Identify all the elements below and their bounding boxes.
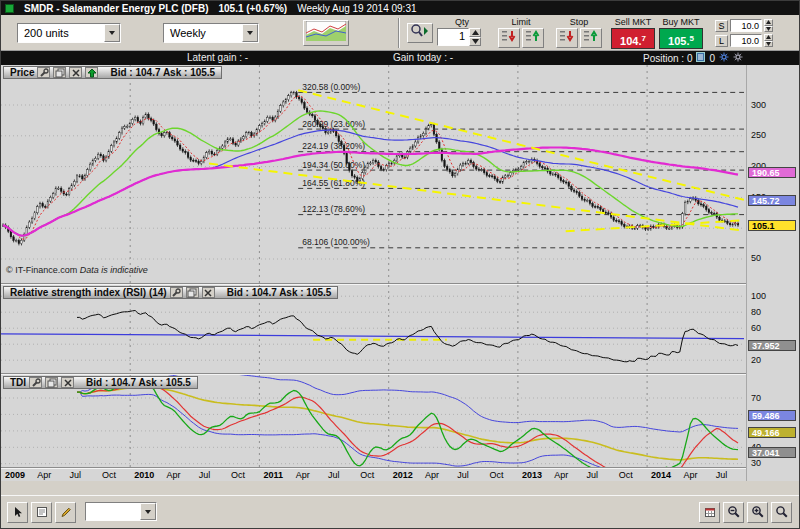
close-icon[interactable]: [202, 287, 215, 298]
sell-mkt-button[interactable]: 104.7: [611, 28, 655, 49]
close-icon[interactable]: [69, 67, 82, 78]
stop-offset-row: S 10.0: [715, 19, 773, 32]
time-axis-label: Jul: [328, 470, 340, 480]
chevron-down-icon[interactable]: [140, 503, 156, 520]
close-icon[interactable]: [61, 377, 74, 388]
info-bar: Latent gain : - Gain today : - Position …: [1, 51, 799, 65]
time-axis-label: Oct: [490, 470, 504, 480]
price-chart-canvas[interactable]: 320.58 (0.00%)260.99 (23.60%)224.19 (38.…: [1, 65, 744, 283]
tdi-bid-ask: Bid : 104.7 Ask : 105.5: [86, 377, 191, 388]
limit-offset-down-button[interactable]: [764, 41, 773, 48]
chevron-down-icon[interactable]: [242, 24, 258, 42]
limit-offset-field[interactable]: 10.0: [730, 34, 762, 47]
gain-today-label: Gain today : -: [393, 52, 453, 63]
app-icon: [5, 4, 14, 13]
price-bid-ask: Bid : 104.7 Ask : 105.5: [110, 67, 215, 78]
position-count: 0: [709, 53, 715, 64]
time-axis-label: Oct: [619, 470, 633, 480]
wrench-icon[interactable]: [37, 67, 50, 78]
calendar-button[interactable]: [699, 502, 720, 523]
stop-sell-button[interactable]: [556, 28, 578, 48]
toolbar-separator: [398, 18, 400, 48]
time-axis-label: 2014: [651, 470, 671, 480]
trendlines[interactable]: [209, 90, 744, 231]
main-toolbar: 200 units Weekly Qty 1 Limit: [1, 15, 799, 51]
time-axis-label: Jul: [70, 470, 82, 480]
stop-buy-button[interactable]: [580, 28, 602, 48]
tdi-panel-header: TDI Bid : 104.7 Ask : 105.5: [3, 376, 198, 389]
svg-text:68.106 (100.00%): 68.106 (100.00%): [302, 237, 370, 247]
qty-decrement-button[interactable]: [469, 37, 481, 46]
last-value-tag: 190.65: [748, 167, 796, 178]
time-axis-label: 2011: [263, 470, 283, 480]
axis-tick-label: 80: [751, 308, 761, 317]
time-axis-label: 2012: [393, 470, 413, 480]
zoom-out-button[interactable]: [723, 502, 744, 523]
stop-offset-badge[interactable]: S: [715, 20, 728, 32]
duplicate-window-icon[interactable]: [45, 377, 58, 388]
chart-style-icon: [306, 21, 346, 45]
limit-offset-badge[interactable]: L: [715, 35, 728, 47]
tdi-panel-title: TDI: [10, 377, 26, 388]
svg-text:122.13 (78.60%): 122.13 (78.60%): [302, 204, 365, 214]
rsi-bid-ask: Bid : 104.7 Ask : 105.5: [227, 287, 332, 298]
wrench-icon[interactable]: [29, 377, 42, 388]
zoom-reset-button[interactable]: [771, 502, 792, 523]
time-axis-label: Jul: [716, 470, 728, 480]
last-value-tag: 105.1: [748, 220, 796, 231]
duplicate-window-icon[interactable]: [53, 67, 66, 78]
limit-sell-button[interactable]: [498, 28, 520, 48]
timeframe-dropdown[interactable]: Weekly: [163, 23, 259, 43]
qty-increment-button[interactable]: [469, 28, 481, 37]
titlebar: SMDR - Salamander Energy PLC (DFB) 105.1…: [1, 1, 799, 15]
zoom-out-icon: [727, 504, 740, 522]
rsi-panel-header: Relative strength index (RSI) (14) Bid :…: [3, 286, 338, 299]
position-cluster: Position : 0 0: [643, 52, 743, 64]
status-bar: [1, 495, 799, 528]
buy-mkt-button[interactable]: 105.5: [659, 28, 703, 49]
time-axis-label: Apr: [554, 470, 568, 480]
position-settings-icon[interactable]: [733, 52, 743, 64]
limit-offset-row: L 10.0: [715, 34, 773, 47]
order-tools-button[interactable]: [407, 23, 433, 43]
zoom-in-button[interactable]: [747, 502, 768, 523]
chevron-down-icon[interactable]: [104, 24, 120, 42]
limit-buy-button[interactable]: [522, 28, 544, 48]
tool-dropdown[interactable]: [85, 502, 157, 521]
zoom-reset-icon: [775, 504, 788, 522]
time-axis-label: Apr: [425, 470, 439, 480]
sell-mkt-label: Sell MKT: [611, 17, 655, 28]
rsi-regression-line[interactable]: [1, 334, 744, 339]
qty-input[interactable]: 1: [437, 28, 469, 46]
panel-up-arrow-icon[interactable]: [85, 67, 98, 78]
stop-block: Stop: [553, 17, 605, 48]
buy-mkt-label: Buy MKT: [659, 17, 703, 28]
notes-icon: [36, 504, 48, 522]
price-panel-header: Price Bid : 104.7 Ask : 105.5: [3, 66, 222, 79]
time-axis-label: Apr: [167, 470, 181, 480]
copyright-note: Data is indicative: [80, 265, 148, 275]
time-axis-label: Apr: [37, 470, 51, 480]
qty-block: Qty 1: [437, 17, 487, 46]
position-doc-icon[interactable]: [696, 52, 705, 64]
qty-label: Qty: [437, 17, 487, 28]
time-axis-label: Jul: [587, 470, 599, 480]
time-axis-label: Oct: [102, 470, 116, 480]
duplicate-window-icon[interactable]: [186, 287, 199, 298]
pointer-tool-button[interactable]: [7, 502, 28, 523]
last-value-tag: 49.166: [748, 427, 796, 438]
price-axis-gutter: 30025020015010050190.65145.72105.1100806…: [746, 65, 800, 481]
wrench-icon[interactable]: [170, 287, 183, 298]
chart-style-button[interactable]: [303, 20, 349, 46]
last-value-tag: 37.952: [748, 340, 796, 351]
notes-tool-button[interactable]: [31, 502, 52, 523]
stop-offset-field[interactable]: 10.0: [730, 19, 762, 32]
axis-tick-label: 30: [751, 459, 761, 468]
draw-tool-button[interactable]: [55, 502, 76, 523]
position-gear-icon[interactable]: [719, 52, 729, 64]
last-value-tag: 59.486: [748, 410, 796, 421]
time-axis-label: 2010: [134, 470, 154, 480]
units-dropdown[interactable]: 200 units: [17, 23, 121, 43]
time-axis-label: Jul: [457, 470, 469, 480]
stop-offset-down-button[interactable]: [764, 26, 773, 33]
